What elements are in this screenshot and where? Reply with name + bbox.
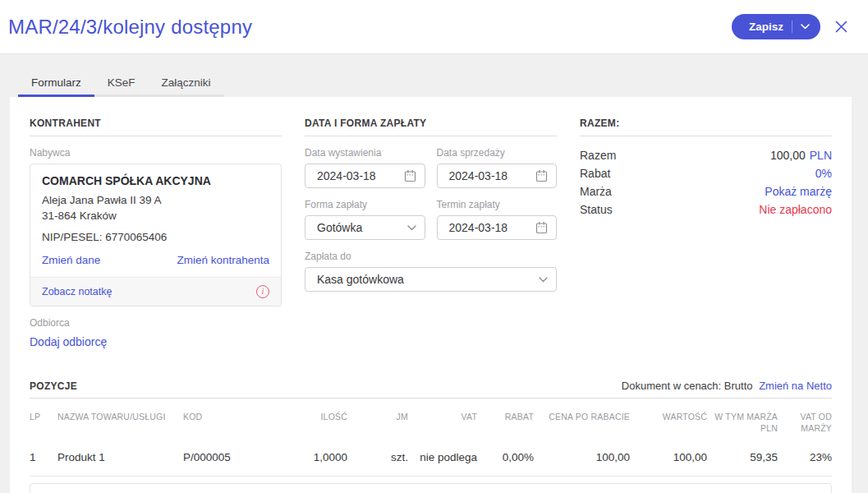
tab-zalaczniki[interactable]: Załączniki bbox=[149, 71, 224, 97]
pay-to-label: Zapłata do bbox=[305, 251, 557, 262]
item-vat-on-margin: 23% bbox=[778, 451, 832, 463]
recipient-label: Odbiorca bbox=[30, 317, 282, 329]
payment-form-label: Forma zapłaty bbox=[305, 199, 425, 210]
summary-row-discount: Rabat 0% bbox=[580, 164, 832, 182]
total-value: 100,00 bbox=[770, 149, 806, 162]
view-note-link[interactable]: Zobacz notatkę bbox=[42, 286, 112, 297]
item-qty: 1,0000 bbox=[282, 451, 347, 463]
item-discount: 0,00% bbox=[477, 451, 534, 463]
buyer-address-line2: 31-864 Kraków bbox=[42, 209, 269, 224]
payment-due-label: Termin zapłaty bbox=[437, 199, 558, 210]
margin-label: Marża bbox=[580, 182, 612, 200]
buyer-card: COMARCH SPÓŁKA AKCYJNA Aleja Jana Pawła … bbox=[30, 164, 282, 306]
buyer-tax-id: NIP/PESEL: 6770065406 bbox=[42, 231, 269, 243]
page-title: MAR/24/3/kolejny dostępny bbox=[8, 16, 252, 39]
col-rabat: RABAT bbox=[477, 411, 534, 422]
change-data-link[interactable]: Zmień dane bbox=[42, 254, 100, 266]
col-lp: LP bbox=[30, 411, 57, 422]
discount-label: Rabat bbox=[580, 164, 610, 182]
col-jm: JM bbox=[347, 411, 408, 422]
items-table-header: LP NAZWA TOWARU/USŁUGI KOD ILOŚĆ JM VAT … bbox=[30, 411, 832, 434]
close-icon[interactable] bbox=[833, 18, 850, 35]
item-name: Produkt 1 bbox=[57, 451, 183, 463]
payment-due-field[interactable]: 2024-03-18 bbox=[437, 215, 558, 240]
buyer-label: Nabywca bbox=[30, 147, 282, 159]
col-nazwa: NAZWA TOWARU/USŁUGI bbox=[57, 411, 183, 422]
change-contractor-link[interactable]: Zmień kontrahenta bbox=[177, 254, 269, 266]
change-to-netto-link[interactable]: Zmień na Netto bbox=[759, 380, 832, 392]
col-w-tym-marza: W TYM MARŻA PLN bbox=[707, 411, 778, 434]
item-value: 100,00 bbox=[630, 451, 707, 463]
chevron-down-icon bbox=[539, 277, 548, 283]
summary-section: RAZEM: Razem 100,00PLN Rabat 0% Marża Po… bbox=[580, 117, 832, 349]
buyer-card-footer: Zobacz notatkę i bbox=[30, 277, 281, 306]
pricing-mode-label: Dokument w cenach: Brutto bbox=[622, 380, 753, 392]
sale-date-value: 2024-03-18 bbox=[449, 169, 508, 182]
item-lp: 1 bbox=[30, 451, 57, 463]
items-section-title: POZYCJE bbox=[30, 380, 77, 392]
discount-value: 0% bbox=[815, 164, 832, 182]
header-actions: Zapisz bbox=[732, 14, 850, 39]
issue-date-field[interactable]: 2024-03-18 bbox=[305, 164, 425, 188]
summary-row-margin: Marża Pokaż marżę bbox=[580, 182, 832, 200]
total-currency: PLN bbox=[810, 149, 832, 162]
col-vat: VAT bbox=[408, 411, 477, 422]
col-ilosc: ILOŚĆ bbox=[282, 411, 347, 422]
payment-due-value: 2024-03-18 bbox=[449, 221, 508, 234]
table-row[interactable]: 1 Produkt 1 P/000005 1,0000 szt. nie pod… bbox=[30, 434, 832, 477]
buyer-card-body: COMARCH SPÓŁKA AKCYJNA Aleja Jana Pawła … bbox=[30, 164, 281, 277]
payment-section-title: DATA I FORMA ZAPŁATY bbox=[305, 117, 557, 136]
tab-formularz[interactable]: Formularz bbox=[18, 71, 94, 97]
save-button-divider bbox=[792, 21, 792, 33]
col-vat-od-marzy: VAT OD MARŻY bbox=[778, 411, 832, 434]
buyer-name: COMARCH SPÓŁKA AKCYJNA bbox=[42, 174, 269, 187]
col-wartosc: WARTOŚĆ bbox=[630, 411, 707, 422]
item-price-after-discount: 100,00 bbox=[534, 451, 630, 463]
save-button-label: Zapisz bbox=[749, 21, 783, 33]
chevron-down-icon bbox=[407, 225, 416, 231]
payment-form-value: Gotówka bbox=[317, 221, 362, 234]
issue-date-value: 2024-03-18 bbox=[317, 169, 376, 182]
add-recipient-link[interactable]: Dodaj odbiorcę bbox=[30, 335, 107, 348]
item-margin: 59,35 bbox=[707, 451, 778, 463]
summary-section-title: RAZEM: bbox=[580, 117, 832, 136]
form-panel: KONTRAHENT Nabywca COMARCH SPÓŁKA AKCYJN… bbox=[10, 97, 852, 493]
col-cena-po-rabacie: CENA PO RABACIE bbox=[534, 411, 630, 422]
payment-section: DATA I FORMA ZAPŁATY Data wystawienia 20… bbox=[305, 117, 557, 349]
calendar-icon[interactable] bbox=[535, 221, 548, 234]
sale-date-field[interactable]: 2024-03-18 bbox=[437, 164, 558, 188]
add-product-button[interactable]: Dodaj kolejny produkt bbox=[30, 483, 832, 493]
buyer-address-line1: Aleja Jana Pawła II 39 A bbox=[42, 193, 269, 209]
summary-row-status: Status Nie zapłacono bbox=[580, 200, 832, 219]
items-header: POZYCJE Dokument w cenach: Brutto Zmień … bbox=[30, 380, 832, 399]
payment-form-select[interactable]: Gotówka bbox=[305, 215, 425, 240]
chevron-down-icon[interactable] bbox=[801, 24, 810, 30]
document-header: MAR/24/3/kolejny dostępny Zapisz bbox=[0, 0, 868, 54]
pricing-mode: Dokument w cenach: Brutto Zmień na Netto bbox=[622, 380, 832, 392]
info-icon[interactable]: i bbox=[256, 285, 269, 298]
col-kod: KOD bbox=[183, 411, 282, 422]
calendar-icon[interactable] bbox=[535, 169, 548, 182]
sale-date-label: Data sprzedaży bbox=[437, 147, 558, 159]
total-label: Razem bbox=[580, 146, 616, 164]
tab-ksef[interactable]: KSeF bbox=[94, 71, 149, 97]
summary-row-total: Razem 100,00PLN bbox=[580, 146, 832, 164]
tab-bar: Formularz KSeF Załączniki bbox=[18, 71, 224, 97]
status-label: Status bbox=[580, 200, 613, 219]
status-badge: Nie zapłacono bbox=[759, 200, 832, 219]
issue-date-label: Data wystawienia bbox=[305, 147, 425, 159]
show-margin-link[interactable]: Pokaż marżę bbox=[765, 182, 832, 200]
item-code: P/000005 bbox=[183, 451, 282, 463]
item-vat: nie podlega bbox=[408, 451, 477, 463]
pay-to-value: Kasa gotówkowa bbox=[317, 273, 404, 286]
item-unit: szt. bbox=[347, 451, 408, 463]
calendar-icon[interactable] bbox=[404, 169, 416, 182]
save-button[interactable]: Zapisz bbox=[732, 14, 820, 39]
pay-to-select[interactable]: Kasa gotówkowa bbox=[305, 267, 557, 292]
kontrahent-section-title: KONTRAHENT bbox=[30, 117, 282, 136]
kontrahent-section: KONTRAHENT Nabywca COMARCH SPÓŁKA AKCYJN… bbox=[30, 117, 282, 349]
